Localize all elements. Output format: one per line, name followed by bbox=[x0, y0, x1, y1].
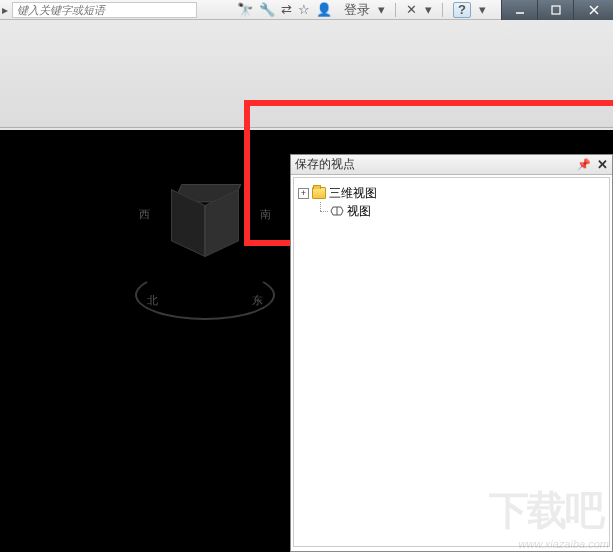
binoculars-icon[interactable]: 🔭 bbox=[237, 2, 253, 17]
panel-close-icon[interactable]: ✕ bbox=[597, 157, 608, 172]
svg-rect-1 bbox=[552, 6, 560, 14]
toolbar-icons: 🔭 🔧 ⇄ ☆ 👤 登录 ▾ ✕ ▾ ? ▾ bbox=[237, 1, 486, 19]
saved-viewpoints-panel: 保存的视点 📌 ✕ + 三维视图 视图 bbox=[290, 154, 613, 552]
compass-west-label: 西 bbox=[139, 207, 150, 222]
login-dropdown-icon[interactable]: ▾ bbox=[378, 2, 385, 17]
tree-folder-row[interactable]: + 三维视图 bbox=[298, 184, 605, 202]
panel-title: 保存的视点 bbox=[295, 156, 577, 173]
exchange-alt-icon[interactable]: ✕ bbox=[406, 2, 417, 17]
viewpoints-tree[interactable]: + 三维视图 视图 bbox=[293, 177, 610, 547]
tree-connector bbox=[315, 202, 327, 220]
search-input[interactable] bbox=[12, 2, 197, 18]
separator bbox=[395, 3, 396, 17]
separator bbox=[442, 3, 443, 17]
top-toolbar: ▸ 🔭 🔧 ⇄ ☆ 👤 登录 ▾ ✕ ▾ ? ▾ bbox=[0, 0, 613, 20]
tree-item-label: 视图 bbox=[347, 203, 371, 220]
compass-east-label: 东 bbox=[252, 293, 263, 308]
tree-folder-label: 三维视图 bbox=[329, 185, 377, 202]
view-icon bbox=[330, 205, 344, 217]
login-button[interactable]: 登录 bbox=[344, 1, 370, 19]
panel-header[interactable]: 保存的视点 📌 ✕ bbox=[291, 155, 612, 175]
tree-item-row[interactable]: 视图 bbox=[298, 202, 605, 220]
viewcube-cube[interactable] bbox=[173, 183, 237, 247]
maximize-button[interactable] bbox=[537, 0, 573, 20]
ribbon-area bbox=[0, 20, 613, 128]
help-button[interactable]: ? bbox=[453, 2, 471, 18]
wrench-icon[interactable]: 🔧 bbox=[259, 2, 275, 17]
person-icon[interactable]: 👤 bbox=[316, 2, 332, 17]
pin-icon[interactable]: 📌 bbox=[577, 158, 591, 171]
folder-icon bbox=[312, 187, 326, 199]
compass-south-label: 南 bbox=[260, 207, 271, 222]
star-icon[interactable]: ☆ bbox=[298, 2, 310, 17]
close-button[interactable] bbox=[573, 0, 613, 20]
minimize-button[interactable] bbox=[501, 0, 537, 20]
exchange-icon[interactable]: ⇄ bbox=[281, 2, 292, 17]
compass-north-label: 北 bbox=[147, 293, 158, 308]
help-dropdown-icon[interactable]: ▾ bbox=[479, 2, 486, 17]
window-controls bbox=[501, 0, 613, 20]
exchange-dropdown-icon[interactable]: ▾ bbox=[425, 2, 432, 17]
search-expand-icon[interactable]: ▸ bbox=[0, 1, 10, 19]
viewcube[interactable]: 西 南 北 东 bbox=[135, 175, 275, 325]
expander-icon[interactable]: + bbox=[298, 188, 309, 199]
